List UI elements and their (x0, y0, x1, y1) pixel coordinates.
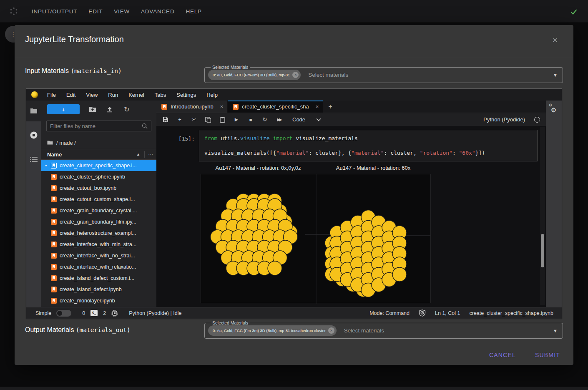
file-filter[interactable] (46, 121, 151, 131)
active-filename[interactable]: create_cluster_specific_shape.ipynb (469, 310, 553, 316)
file-item[interactable]: ●create_cluster_specific_shape.i... (41, 160, 156, 171)
file-name: create_cluster_sphere.ipynb (60, 174, 125, 180)
jupyter-menu-item[interactable]: View (86, 92, 98, 98)
notebook-tab-bar: Introduction.ipynb × create_cluster_spec… (156, 101, 546, 113)
kernel-status-icon[interactable] (534, 117, 540, 123)
dialog-close-icon[interactable]: × (553, 35, 558, 45)
input-materials-search[interactable] (308, 72, 553, 78)
upload-button[interactable] (106, 105, 114, 113)
trust-shield-icon[interactable] (419, 309, 426, 317)
app-menu-item[interactable]: HELP (186, 8, 201, 15)
new-folder-button[interactable] (88, 105, 97, 113)
code-cell[interactable]: [15]: from utils.visualize import visual… (156, 130, 539, 161)
output-materials-search[interactable] (344, 327, 553, 334)
file-item[interactable]: create_island_defect.ipynb (41, 284, 156, 295)
sidebar-tab-toc[interactable] (26, 149, 41, 170)
stop-kernel-button[interactable]: ■ (247, 116, 254, 123)
notebook-icon (161, 104, 167, 110)
notebook-content[interactable]: [15]: from utils.visualize import visual… (156, 126, 539, 307)
breadcrumb-path: / made / (56, 140, 76, 146)
submit-button[interactable]: SUBMIT (535, 352, 560, 358)
input-chip-remove-icon[interactable]: × (292, 72, 299, 78)
scrollbar-thumb[interactable] (541, 234, 544, 267)
home-folder-icon (47, 140, 53, 145)
file-item[interactable]: create_cutout_custom_shape.i... (41, 194, 156, 205)
jupyter-menu-item[interactable]: Run (108, 92, 118, 98)
kernel-state[interactable]: Python (Pyodide) | Idle (129, 310, 181, 316)
cpu-chip-icon[interactable] (111, 310, 118, 317)
input-material-chip[interactable]: 0: Au, Gold, FCC (Fm-3m) 3D (Bulk), mp-8… (208, 70, 301, 80)
file-item[interactable]: create_grain_boundary_crystal.... (41, 205, 156, 216)
au147-cluster-0x0y0z (211, 194, 298, 275)
paste-cell-button[interactable] (219, 116, 226, 123)
file-item[interactable]: create_heterostructure_exampl... (41, 227, 156, 239)
restart-kernel-button[interactable]: ↻ (261, 116, 268, 123)
jupyter-menu-item[interactable]: File (47, 92, 56, 98)
insert-cell-button[interactable]: + (176, 116, 183, 123)
copy-cell-button[interactable] (205, 116, 211, 123)
sidebar-tab-running[interactable] (26, 125, 41, 146)
new-tab-button[interactable]: + (323, 101, 337, 113)
notebook-scrollbar[interactable] (540, 127, 545, 305)
refresh-files-button[interactable]: ↻ (123, 105, 131, 113)
jupyter-menu-item[interactable]: Edit (66, 92, 75, 98)
app-menu-item[interactable]: INPUT/OUTPUT (32, 8, 77, 15)
app-menu-item[interactable]: VIEW (114, 8, 130, 15)
jupyterlite-app: FileEditViewRunKernelTabsSettingsHelp (26, 88, 562, 319)
output-select-caret-icon[interactable]: ▼ (553, 328, 558, 333)
jupyter-menu-item[interactable]: Tabs (155, 92, 166, 98)
au147-cluster-60x (325, 210, 407, 297)
tab-label: Introduction.ipynb (171, 103, 214, 110)
notebook-icon (51, 196, 57, 202)
file-name: create_grain_boundary_film.ipy... (60, 219, 136, 225)
app-menu-item[interactable]: EDIT (88, 8, 103, 15)
cancel-button[interactable]: CANCEL (489, 352, 516, 358)
materials-visualization[interactable] (201, 174, 431, 303)
jupyter-menu-item[interactable]: Kernel (128, 92, 144, 98)
output-materials-select[interactable]: Selected Materials 0: Au, Gold, FCC (Fm-… (204, 320, 563, 339)
sort-ascending-icon[interactable]: ▲ (136, 152, 140, 156)
run-cell-button[interactable]: ▶ (233, 116, 240, 123)
breadcrumb[interactable]: / made / (41, 136, 156, 149)
file-item[interactable]: create_interface_with_min_stra... (41, 239, 156, 250)
tab-create-cluster-specific-shape[interactable]: create_cluster_specific_sha × (228, 101, 323, 113)
tab-close-icon[interactable]: × (220, 103, 224, 110)
cell-type-select[interactable]: Code (292, 116, 321, 123)
sidebar-tab-files[interactable] (26, 101, 41, 121)
file-name: create_interface_with_min_stra... (60, 242, 136, 247)
save-button[interactable] (162, 116, 169, 123)
file-item[interactable]: create_interface_with_relaxatio... (41, 261, 156, 272)
file-item[interactable]: create_monolayer.ipynb (41, 295, 156, 306)
file-filter-input[interactable] (50, 123, 142, 129)
input-select-caret-icon[interactable]: ▼ (553, 73, 558, 78)
file-item[interactable]: create_cutout_box.ipynb (41, 182, 156, 194)
app-menu-item[interactable]: ADVANCED (141, 8, 174, 15)
jupyterlite-transformation-dialog: JupyterLite Transformation × Input Mater… (15, 25, 573, 365)
terminal-icon[interactable]: $_ (90, 310, 98, 316)
kernel-name[interactable]: Python (Pyodide) (483, 116, 525, 123)
tab-introduction[interactable]: Introduction.ipynb × (156, 101, 228, 113)
cut-cell-button[interactable]: ✂ (191, 116, 197, 123)
input-materials-select[interactable]: Selected Materials 0: Au, Gold, FCC (Fm-… (204, 65, 563, 83)
cell-editor[interactable]: from utils.visualize import visualize_ma… (199, 130, 538, 161)
file-list-header[interactable]: Name ▲ ⋯ (41, 149, 156, 160)
apply-check-icon[interactable] (570, 8, 578, 16)
simple-mode-toggle[interactable] (56, 310, 71, 317)
editor-mode[interactable]: Mode: Command (369, 310, 410, 316)
restart-run-all-button[interactable]: ▶▶ (276, 116, 282, 123)
cursor-position[interactable]: Ln 1, Col 1 (435, 310, 460, 316)
output-chip-remove-icon[interactable]: × (328, 327, 334, 334)
file-item[interactable]: create_island_defect_custom.i... (41, 272, 156, 284)
output-material-chip[interactable]: 0: Au, Gold, FCC (Fm-3m) 3D (Bulk), mp-8… (208, 325, 337, 336)
column-options-icon[interactable]: ⋯ (148, 151, 153, 157)
file-item[interactable]: create_interface_with_no_strai... (41, 250, 156, 261)
name-column-header[interactable]: Name (47, 151, 62, 158)
file-item[interactable]: create_grain_boundary_film.ipy... (41, 216, 156, 227)
cluster-visualization[interactable] (201, 174, 431, 304)
code-line-1: from utils.visualize import visualize_ma… (204, 131, 532, 146)
new-launcher-button[interactable]: + (47, 104, 80, 114)
tab-close-icon[interactable]: × (316, 103, 319, 110)
file-item[interactable]: create_cluster_sphere.ipynb (41, 171, 156, 182)
jupyter-menu-item[interactable]: Settings (176, 92, 196, 98)
jupyter-menu-item[interactable]: Help (206, 92, 218, 98)
